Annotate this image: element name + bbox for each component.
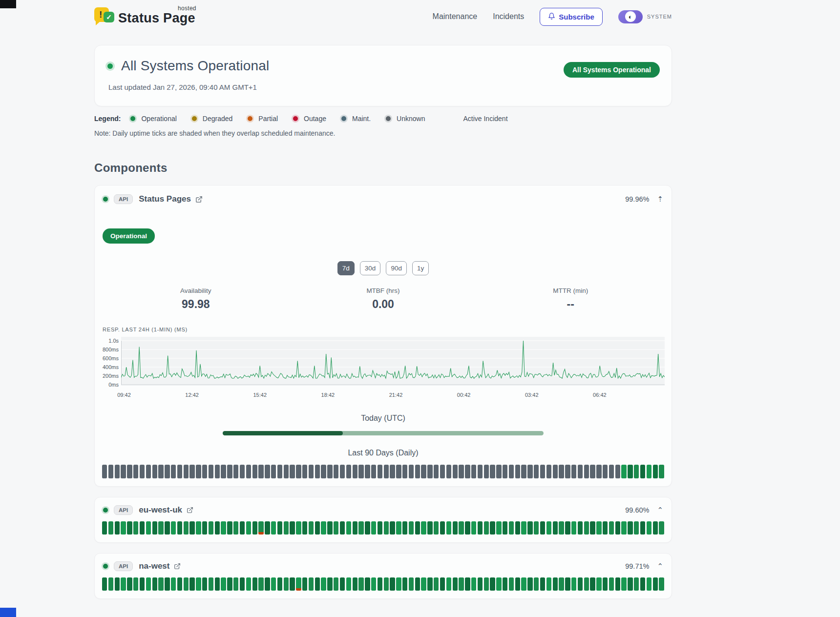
- uptime-tick-maint[interactable]: [358, 465, 363, 478]
- uptime-tick-up[interactable]: [465, 521, 470, 535]
- uptime-tick-maint[interactable]: [571, 465, 576, 478]
- uptime-tick-up[interactable]: [559, 521, 564, 535]
- uptime-tick-up[interactable]: [496, 577, 501, 591]
- uptime-tick-maint[interactable]: [115, 465, 120, 478]
- uptime-tick-up[interactable]: [503, 577, 507, 591]
- uptime-tick-up[interactable]: [209, 521, 213, 535]
- uptime-tick-up[interactable]: [490, 521, 495, 535]
- uptime-tick-up[interactable]: [202, 521, 207, 535]
- uptime-tick-up[interactable]: [503, 521, 507, 535]
- uptime-tick-up[interactable]: [146, 521, 151, 535]
- uptime-tick-up[interactable]: [653, 465, 658, 478]
- uptime-tick-maint[interactable]: [390, 465, 395, 478]
- uptime-tick-maint[interactable]: [427, 465, 432, 478]
- nav-link-maintenance[interactable]: Maintenance: [433, 12, 478, 21]
- uptime-tick-up[interactable]: [628, 577, 632, 591]
- uptime-tick-up[interactable]: [546, 521, 551, 535]
- uptime-tick-maint[interactable]: [553, 465, 558, 478]
- expand-chevron-icon[interactable]: ⌃: [657, 508, 663, 513]
- uptime-tick-maint[interactable]: [215, 465, 220, 478]
- uptime-tick-up[interactable]: [371, 577, 376, 591]
- uptime-tick-maint[interactable]: [171, 465, 176, 478]
- component-name-link[interactable]: Status Pages: [139, 194, 203, 204]
- uptime-tick-up[interactable]: [189, 521, 194, 535]
- uptime-tick-maint[interactable]: [590, 465, 595, 478]
- uptime-tick-up[interactable]: [309, 577, 314, 591]
- uptime-tick-maint[interactable]: [133, 465, 138, 478]
- uptime-tick-up[interactable]: [315, 521, 320, 535]
- uptime-tick-up[interactable]: [252, 577, 257, 591]
- uptime-tick-maint[interactable]: [309, 465, 314, 478]
- uptime-tick-up[interactable]: [277, 521, 282, 535]
- uptime-tick-maint[interactable]: [565, 465, 570, 478]
- uptime-tick-up[interactable]: [177, 577, 182, 591]
- uptime-tick-maint[interactable]: [340, 465, 345, 478]
- uptime-tick-up[interactable]: [215, 521, 220, 535]
- uptime-tick-up[interactable]: [271, 521, 276, 535]
- uptime-tick-up[interactable]: [371, 521, 376, 535]
- uptime-tick-up[interactable]: [133, 577, 138, 591]
- uptime-tick-partial[interactable]: [296, 577, 301, 591]
- uptime-tick-partial[interactable]: [258, 521, 263, 535]
- uptime-tick-up[interactable]: [559, 577, 564, 591]
- uptime-tick-up[interactable]: [615, 521, 620, 535]
- uptime-tick-maint[interactable]: [515, 465, 520, 478]
- uptime-tick-up[interactable]: [215, 577, 220, 591]
- uptime-tick-maint[interactable]: [496, 465, 501, 478]
- uptime-tick-maint[interactable]: [603, 465, 608, 478]
- uptime-tick-up[interactable]: [565, 577, 570, 591]
- uptime-tick-maint[interactable]: [584, 465, 589, 478]
- uptime-tick-up[interactable]: [647, 577, 651, 591]
- uptime-tick-up[interactable]: [378, 577, 382, 591]
- uptime-tick-up[interactable]: [484, 577, 489, 591]
- nav-link-incidents[interactable]: Incidents: [493, 12, 524, 21]
- uptime-tick-up[interactable]: [628, 465, 632, 478]
- theme-toggle[interactable]: ◐: [618, 10, 643, 23]
- uptime-tick-up[interactable]: [127, 577, 132, 591]
- uptime-tick-up[interactable]: [534, 521, 539, 535]
- uptime-tick-up[interactable]: [358, 521, 363, 535]
- uptime-tick-maint[interactable]: [446, 465, 451, 478]
- uptime-tick-maint[interactable]: [252, 465, 257, 478]
- uptime-tick-up[interactable]: [378, 521, 382, 535]
- uptime-tick-maint[interactable]: [559, 465, 564, 478]
- uptime-tick-up[interactable]: [196, 521, 201, 535]
- uptime-tick-maint[interactable]: [478, 465, 483, 478]
- uptime-tick-up[interactable]: [609, 577, 614, 591]
- uptime-tick-maint[interactable]: [434, 465, 439, 478]
- uptime-tick-maint[interactable]: [365, 465, 370, 478]
- uptime-tick-up[interactable]: [246, 577, 251, 591]
- uptime-tick-up[interactable]: [315, 577, 320, 591]
- uptime-tick-up[interactable]: [221, 521, 226, 535]
- uptime-tick-up[interactable]: [184, 521, 189, 535]
- uptime-tick-up[interactable]: [353, 577, 357, 591]
- uptime-tick-maint[interactable]: [196, 465, 201, 478]
- uptime-tick-up[interactable]: [571, 521, 576, 535]
- uptime-tick-up[interactable]: [571, 577, 576, 591]
- uptime-tick-up[interactable]: [227, 577, 232, 591]
- uptime-tick-up[interactable]: [509, 521, 514, 535]
- uptime-tick-maint[interactable]: [521, 465, 526, 478]
- uptime-tick-up[interactable]: [240, 521, 245, 535]
- uptime-tick-maint[interactable]: [127, 465, 132, 478]
- uptime-tick-up[interactable]: [115, 577, 120, 591]
- uptime-tick-up[interactable]: [108, 521, 113, 535]
- uptime-tick-maint[interactable]: [108, 465, 113, 478]
- uptime-tick-maint[interactable]: [353, 465, 357, 478]
- uptime-tick-up[interactable]: [240, 577, 245, 591]
- uptime-tick-maint[interactable]: [334, 465, 338, 478]
- uptime-tick-up[interactable]: [634, 465, 639, 478]
- uptime-tick-maint[interactable]: [271, 465, 276, 478]
- uptime-tick-up[interactable]: [327, 521, 332, 535]
- uptime-tick-up[interactable]: [346, 521, 351, 535]
- uptime-tick-maint[interactable]: [202, 465, 207, 478]
- uptime-tick-up[interactable]: [628, 521, 632, 535]
- uptime-tick-maint[interactable]: [384, 465, 389, 478]
- uptime-tick-up[interactable]: [496, 521, 501, 535]
- component-name-link[interactable]: eu-west-uk: [139, 505, 193, 515]
- uptime-tick-up[interactable]: [440, 577, 445, 591]
- uptime-tick-maint[interactable]: [503, 465, 507, 478]
- uptime-tick-up[interactable]: [284, 577, 289, 591]
- uptime-tick-up[interactable]: [396, 577, 401, 591]
- uptime-tick-up[interactable]: [647, 465, 651, 478]
